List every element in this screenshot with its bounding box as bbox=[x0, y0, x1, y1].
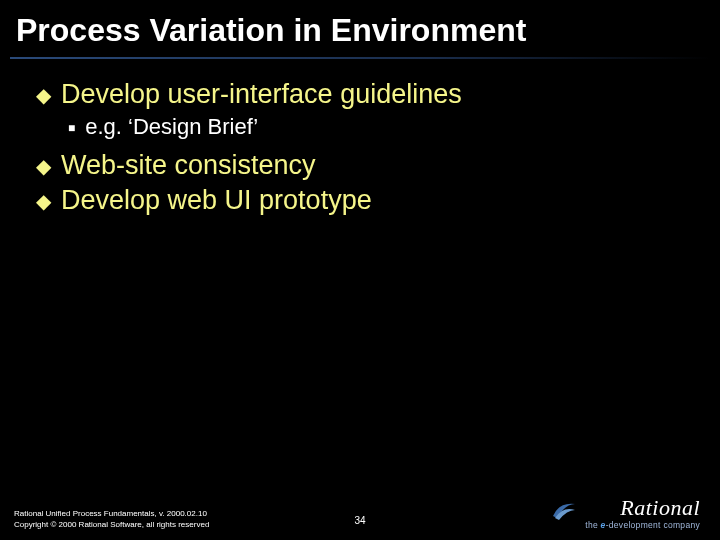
brand-text: Rational the e-development company bbox=[585, 498, 700, 530]
slide: Process Variation in Environment ◆ Devel… bbox=[0, 0, 720, 540]
footer-line2: Copyright © 2000 Rational Software, all … bbox=[14, 519, 209, 530]
slide-footer: Rational Unified Process Fundamentals, v… bbox=[0, 496, 720, 530]
footer-line1: Rational Unified Process Fundamentals, v… bbox=[14, 508, 209, 519]
bullet-level1: ◆ Web-site consistency bbox=[36, 150, 690, 181]
bullet-text: Web-site consistency bbox=[61, 150, 316, 181]
brand-tagline: the e-development company bbox=[585, 520, 700, 530]
tag-suffix: -development company bbox=[606, 520, 700, 530]
bullet-level1: ◆ Develop user-interface guidelines bbox=[36, 79, 690, 110]
brand-name: Rational bbox=[620, 498, 700, 518]
diamond-bullet-icon: ◆ bbox=[36, 188, 51, 215]
brand-logo: Rational the e-development company bbox=[551, 496, 700, 530]
bullet-text: e.g. ‘Design Brief’ bbox=[85, 114, 258, 140]
page-number: 34 bbox=[354, 515, 365, 526]
slide-content: ◆ Develop user-interface guidelines ■ e.… bbox=[0, 59, 720, 216]
diamond-bullet-icon: ◆ bbox=[36, 153, 51, 180]
diamond-bullet-icon: ◆ bbox=[36, 82, 51, 109]
bullet-level2: ■ e.g. ‘Design Brief’ bbox=[68, 114, 690, 140]
slide-title: Process Variation in Environment bbox=[0, 0, 720, 57]
square-bullet-icon: ■ bbox=[68, 121, 75, 135]
rational-swoosh-icon bbox=[551, 496, 577, 522]
bullet-level1: ◆ Develop web UI prototype bbox=[36, 185, 690, 216]
tag-prefix: the bbox=[585, 520, 600, 530]
bullet-text: Develop web UI prototype bbox=[61, 185, 372, 216]
bullet-text: Develop user-interface guidelines bbox=[61, 79, 462, 110]
footer-copyright: Rational Unified Process Fundamentals, v… bbox=[14, 508, 209, 530]
